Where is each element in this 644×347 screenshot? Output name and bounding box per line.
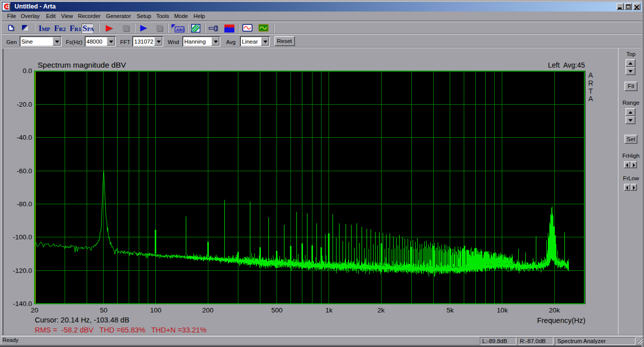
svg-text:ABC: ABC <box>176 28 185 32</box>
